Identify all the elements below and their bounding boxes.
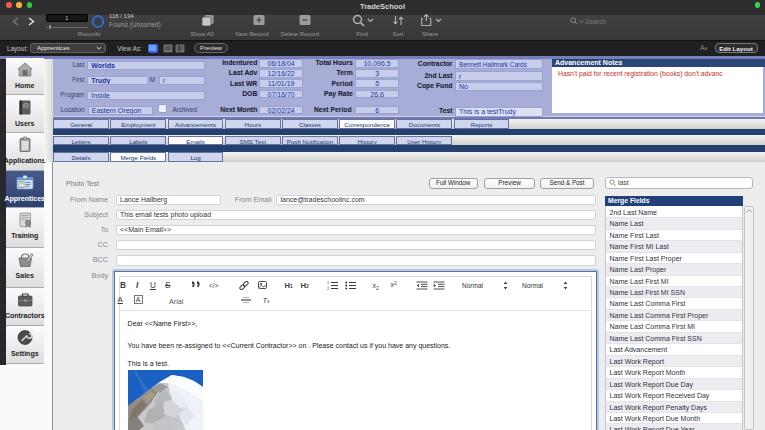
svg-text:1: 1	[327, 282, 329, 286]
svg-text:@: @	[23, 102, 28, 108]
svg-text:2: 2	[327, 287, 329, 290]
